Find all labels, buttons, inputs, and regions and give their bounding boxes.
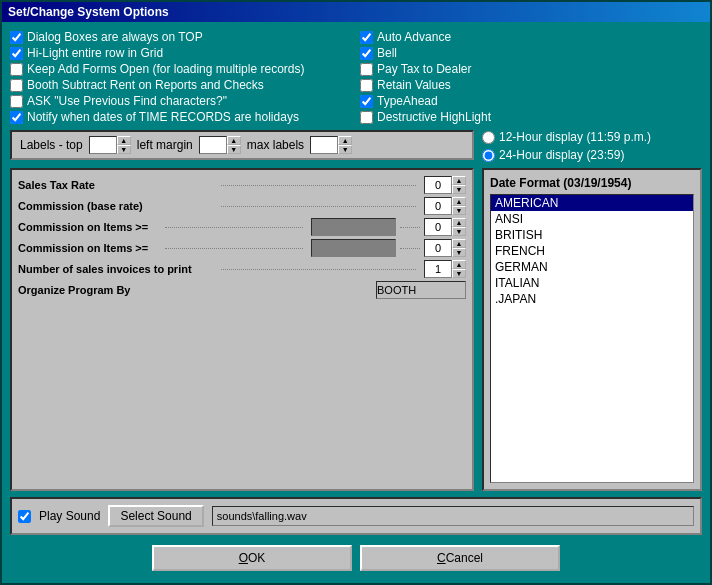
field-dots-3 bbox=[165, 248, 304, 249]
labels-top-spin[interactable]: 4 ▲ ▼ bbox=[89, 136, 131, 154]
field-rate-input-3[interactable] bbox=[424, 239, 452, 257]
fields-panel: Sales Tax Rate▲▼Commission (base rate)▲▼… bbox=[10, 168, 474, 491]
left-margin-up[interactable]: ▲ bbox=[227, 136, 241, 145]
radio-item-0: 12-Hour display (11:59 p.m.) bbox=[482, 130, 702, 144]
field-dots-4 bbox=[221, 269, 416, 270]
title-bar: Set/Change System Options bbox=[2, 2, 710, 22]
left-checkbox-3[interactable] bbox=[10, 79, 23, 92]
field-spin-input-1[interactable] bbox=[424, 197, 452, 215]
date-list-item-4[interactable]: GERMAN bbox=[491, 259, 693, 275]
left-checkbox-2[interactable] bbox=[10, 63, 23, 76]
field-spin-up-2[interactable]: ▲ bbox=[452, 218, 466, 227]
field-input-main-2[interactable] bbox=[311, 218, 396, 236]
field-spin-down-3[interactable]: ▼ bbox=[452, 248, 466, 257]
left-check-item-2: Keep Add Forms Open (for loading multipl… bbox=[10, 62, 352, 76]
field-spin-up-0[interactable]: ▲ bbox=[452, 176, 466, 185]
bottom-mid: Sales Tax Rate▲▼Commission (base rate)▲▼… bbox=[10, 168, 702, 491]
field-spin-1[interactable]: ▲▼ bbox=[424, 197, 466, 215]
labels-top-input[interactable]: 4 bbox=[89, 136, 117, 154]
max-labels-up[interactable]: ▲ bbox=[338, 136, 352, 145]
field-spin-down-1[interactable]: ▼ bbox=[452, 206, 466, 215]
left-checkbox-5[interactable] bbox=[10, 111, 23, 124]
field-spin-up-3[interactable]: ▲ bbox=[452, 239, 466, 248]
left-checkbox-label-5: Notify when dates of TIME RECORDS are ho… bbox=[27, 110, 299, 124]
date-list-item-1[interactable]: ANSI bbox=[491, 211, 693, 227]
labels-top-label: Labels - top bbox=[20, 138, 83, 152]
field-spin-down-0[interactable]: ▼ bbox=[452, 185, 466, 194]
field-spin-input-0[interactable] bbox=[424, 176, 452, 194]
date-list-item-6[interactable]: .JAPAN bbox=[491, 291, 693, 307]
labels-top-down[interactable]: ▼ bbox=[117, 145, 131, 154]
left-checks: Dialog Boxes are always on TOPHi-Light e… bbox=[10, 30, 352, 124]
field-spin-input-4[interactable] bbox=[424, 260, 452, 278]
field-label-2: Commission on Items >= bbox=[18, 221, 157, 233]
radio-label-0: 12-Hour display (11:59 p.m.) bbox=[499, 130, 651, 144]
labels-top-spin-buttons: ▲ ▼ bbox=[117, 136, 131, 154]
field-label-3: Commission on Items >= bbox=[18, 242, 157, 254]
left-checkbox-4[interactable] bbox=[10, 95, 23, 108]
field-input-main-3[interactable] bbox=[311, 239, 396, 257]
date-list-item-0[interactable]: AMERICAN bbox=[491, 195, 693, 211]
ok-underline: OOK bbox=[239, 551, 266, 565]
date-list-item-3[interactable]: FRENCH bbox=[491, 243, 693, 259]
field-spin-down-4[interactable]: ▼ bbox=[452, 269, 466, 278]
field-spin-btns-3: ▲▼ bbox=[452, 239, 466, 257]
left-margin-spin[interactable]: 5 ▲ ▼ bbox=[199, 136, 241, 154]
left-checkbox-0[interactable] bbox=[10, 31, 23, 44]
field-row-3: Commission on Items >=▲▼ bbox=[18, 239, 466, 257]
field-spin-up-4[interactable]: ▲ bbox=[452, 260, 466, 269]
max-labels-input[interactable]: 10 bbox=[310, 136, 338, 154]
date-list-item-5[interactable]: ITALIAN bbox=[491, 275, 693, 291]
field-row-5: Organize Program By bbox=[18, 281, 466, 299]
right-checkbox-3[interactable] bbox=[360, 79, 373, 92]
left-margin-input[interactable]: 5 bbox=[199, 136, 227, 154]
field-spin-3[interactable]: ▲▼ bbox=[424, 239, 466, 257]
field-dots-2 bbox=[165, 227, 304, 228]
field-spin-2[interactable]: ▲▼ bbox=[424, 218, 466, 236]
cancel-button[interactable]: CCancel bbox=[360, 545, 560, 571]
field-spin-0[interactable]: ▲▼ bbox=[424, 176, 466, 194]
left-check-item-0: Dialog Boxes are always on TOP bbox=[10, 30, 352, 44]
right-checkbox-5[interactable] bbox=[360, 111, 373, 124]
cancel-underline: CCancel bbox=[437, 551, 483, 565]
left-checkbox-1[interactable] bbox=[10, 47, 23, 60]
left-checkbox-label-2: Keep Add Forms Open (for loading multipl… bbox=[27, 62, 304, 76]
field-spin-btns-4: ▲▼ bbox=[452, 260, 466, 278]
field-wide-input-5[interactable] bbox=[376, 281, 466, 299]
sound-path-input[interactable] bbox=[212, 506, 694, 526]
field-spin-4[interactable]: ▲▼ bbox=[424, 260, 466, 278]
left-margin-down[interactable]: ▼ bbox=[227, 145, 241, 154]
right-checkbox-4[interactable] bbox=[360, 95, 373, 108]
date-list-item-2[interactable]: BRITISH bbox=[491, 227, 693, 243]
right-checkbox-1[interactable] bbox=[360, 47, 373, 60]
right-check-item-2: Pay Tax to Dealer bbox=[360, 62, 702, 76]
ok-button[interactable]: OOK bbox=[152, 545, 352, 571]
field-spin-btns-1: ▲▼ bbox=[452, 197, 466, 215]
select-sound-button[interactable]: Select Sound bbox=[108, 505, 203, 527]
radio-1[interactable] bbox=[482, 149, 495, 162]
left-check-item-5: Notify when dates of TIME RECORDS are ho… bbox=[10, 110, 352, 124]
left-checkbox-label-3: Booth Subtract Rent on Reports and Check… bbox=[27, 78, 264, 92]
left-check-item-3: Booth Subtract Rent on Reports and Check… bbox=[10, 78, 352, 92]
right-checkbox-2[interactable] bbox=[360, 63, 373, 76]
window-title: Set/Change System Options bbox=[8, 5, 169, 19]
right-checkbox-0[interactable] bbox=[360, 31, 373, 44]
left-checkbox-label-0: Dialog Boxes are always on TOP bbox=[27, 30, 203, 44]
field-rate-input-2[interactable] bbox=[424, 218, 452, 236]
field-dots2-3 bbox=[400, 248, 420, 249]
field-spin-down-2[interactable]: ▼ bbox=[452, 227, 466, 236]
main-window: Set/Change System Options Dialog Boxes a… bbox=[0, 0, 712, 585]
right-check-item-3: Retain Values bbox=[360, 78, 702, 92]
field-spin-up-1[interactable]: ▲ bbox=[452, 197, 466, 206]
field-dots2-2 bbox=[400, 227, 420, 228]
radio-0[interactable] bbox=[482, 131, 495, 144]
date-list[interactable]: AMERICANANSIBRITISHFRENCHGERMANITALIAN.J… bbox=[490, 194, 694, 483]
labels-top-up[interactable]: ▲ bbox=[117, 136, 131, 145]
max-labels-down[interactable]: ▼ bbox=[338, 145, 352, 154]
right-check-item-1: Bell bbox=[360, 46, 702, 60]
max-labels-spin[interactable]: 10 ▲ ▼ bbox=[310, 136, 352, 154]
date-title: Date Format (03/19/1954) bbox=[490, 176, 694, 190]
play-sound-checkbox[interactable] bbox=[18, 510, 31, 523]
top-section: Dialog Boxes are always on TOPHi-Light e… bbox=[10, 30, 702, 124]
left-check-item-1: Hi-Light entire row in Grid bbox=[10, 46, 352, 60]
